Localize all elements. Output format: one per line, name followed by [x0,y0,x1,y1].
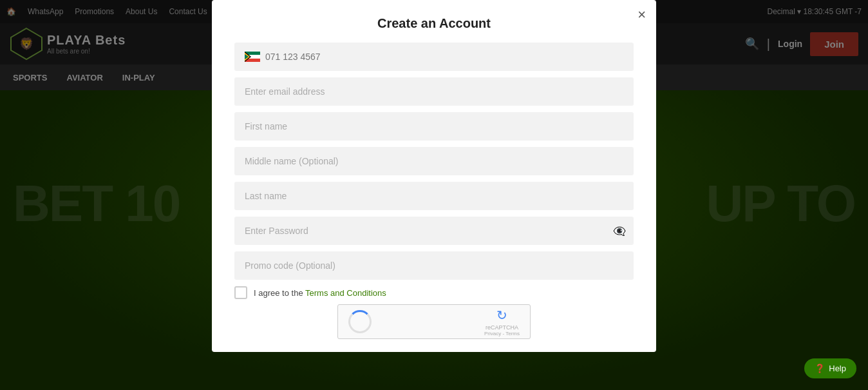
recaptcha-icon: ↻ [496,307,507,323]
recaptcha-logo: ↻ reCAPTCHA Privacy - Terms [484,307,520,336]
captcha-area: ↻ reCAPTCHA Privacy - Terms [234,304,634,339]
terms-text: I agree to the Terms and Conditions [254,288,386,298]
help-icon: ❓ [815,364,825,373]
phone-flag [245,52,260,62]
help-button[interactable]: ❓ Help [804,358,856,378]
promo-field-container [234,251,634,280]
eye-slash-icon: 👁‍🗨 [613,226,626,237]
terms-checkbox[interactable] [234,286,247,299]
terms-conditions-link[interactable]: Terms and Conditions [305,288,386,298]
captcha-spinner [348,310,372,333]
captcha-box[interactable]: ↻ reCAPTCHA Privacy - Terms [337,304,531,339]
recaptcha-text: reCAPTCHA [486,324,518,331]
email-field-container [234,77,634,106]
help-label: Help [829,364,846,373]
create-account-modal: × Create an Account [212,0,656,352]
modal-close-button[interactable]: × [637,8,646,22]
password-field-container: 👁‍🗨 [234,217,634,245]
firstname-field-container [234,112,634,141]
middlename-input[interactable] [234,147,634,175]
terms-prefix: I agree to the [254,288,305,298]
middlename-field-container [234,147,634,175]
phone-input[interactable] [265,43,623,71]
lastname-input[interactable] [234,182,634,210]
firstname-input[interactable] [234,112,634,141]
password-toggle-button[interactable]: 👁‍🗨 [613,225,626,237]
promo-input[interactable] [234,251,634,280]
email-input[interactable] [234,77,634,106]
lastname-field-container [234,182,634,210]
modal-title: Create an Account [234,16,634,31]
password-input[interactable] [234,217,634,245]
terms-row: I agree to the Terms and Conditions [234,286,634,299]
modal-overlay: × Create an Account [0,0,868,390]
phone-field [234,43,634,71]
recaptcha-privacy: Privacy - Terms [484,331,520,336]
south-africa-flag-icon [245,52,260,62]
